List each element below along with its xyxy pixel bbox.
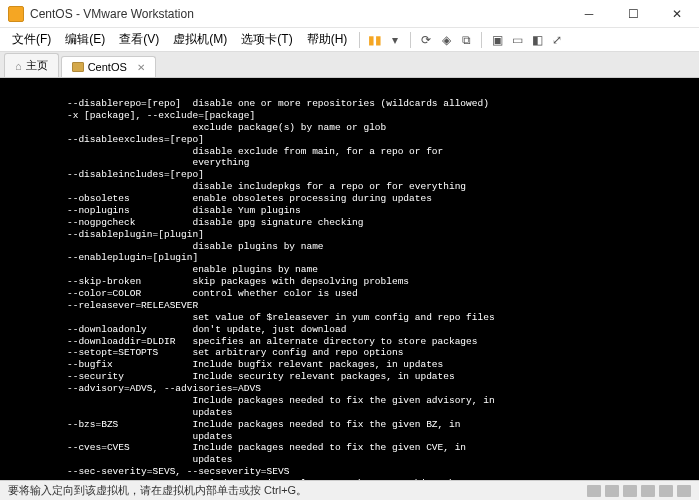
snapshot-button[interactable]: ◈ [437,31,455,49]
tab-home[interactable]: ⌂ 主页 [4,53,59,77]
tab-centos[interactable]: CentOS ✕ [61,56,156,77]
device-icon[interactable] [641,485,655,497]
device-icon[interactable] [659,485,673,497]
device-icon[interactable] [587,485,601,497]
device-icon[interactable] [605,485,619,497]
vm-console[interactable]: --disablerepo=[repo] disable one or more… [0,78,699,480]
status-hint: 要将输入定向到该虚拟机，请在虚拟机内部单击或按 Ctrl+G。 [8,483,307,498]
vm-icon [72,62,84,72]
device-icon[interactable] [677,485,691,497]
titlebar: CentOS - VMware Workstation ─ ☐ ✕ [0,0,699,28]
thumbnail-button[interactable]: ◧ [528,31,546,49]
tab-close-icon[interactable]: ✕ [137,62,145,73]
stretch-button[interactable]: ⤢ [548,31,566,49]
menubar: 文件(F) 编辑(E) 查看(V) 虚拟机(M) 选项卡(T) 帮助(H) ▮▮… [0,28,699,52]
minimize-button[interactable]: ─ [567,0,611,28]
window-title: CentOS - VMware Workstation [30,7,567,21]
statusbar: 要将输入定向到该虚拟机，请在虚拟机内部单击或按 Ctrl+G。 [0,480,699,500]
menu-help[interactable]: 帮助(H) [301,29,354,50]
separator [481,32,482,48]
pause-button[interactable]: ▮▮ [366,31,384,49]
tab-home-label: 主页 [26,58,48,73]
tab-bar: ⌂ 主页 CentOS ✕ [0,52,699,78]
device-icon[interactable] [623,485,637,497]
menu-edit[interactable]: 编辑(E) [59,29,111,50]
maximize-button[interactable]: ☐ [611,0,655,28]
separator [410,32,411,48]
toolbar-dropdown[interactable]: ▾ [386,31,404,49]
status-device-icons [587,485,691,497]
tab-centos-label: CentOS [88,61,127,73]
menu-vm[interactable]: 虚拟机(M) [167,29,233,50]
unity-button[interactable]: ▭ [508,31,526,49]
home-icon: ⌂ [15,60,22,72]
fullscreen-button[interactable]: ▣ [488,31,506,49]
close-button[interactable]: ✕ [655,0,699,28]
terminal-output[interactable]: --disablerepo=[repo] disable one or more… [0,78,699,480]
menu-view[interactable]: 查看(V) [113,29,165,50]
app-icon [8,6,24,22]
separator [359,32,360,48]
menu-file[interactable]: 文件(F) [6,29,57,50]
snapshot-manager-button[interactable]: ⧉ [457,31,475,49]
menu-tabs[interactable]: 选项卡(T) [235,29,298,50]
send-ctrlaltdel-button[interactable]: ⟳ [417,31,435,49]
